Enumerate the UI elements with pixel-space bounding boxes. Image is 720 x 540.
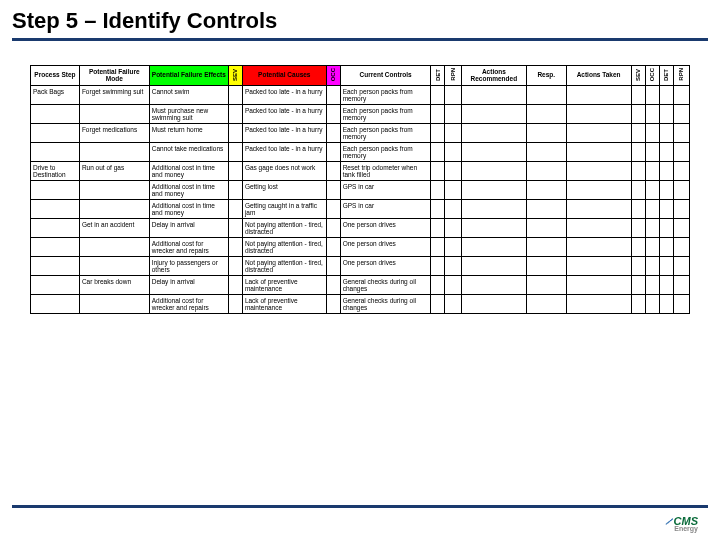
table-cell [631,124,645,143]
table-cell [566,105,631,124]
table-cell [566,219,631,238]
table-cell [79,105,149,124]
table-cell: Run out of gas [79,162,149,181]
table-cell [631,276,645,295]
table-cell [631,219,645,238]
table-cell [659,181,673,200]
table-cell [431,219,445,238]
table-cell [566,124,631,143]
table-cell [461,257,526,276]
table-cell: Additional cost for wrecker and repairs [149,295,228,314]
table-cell [79,295,149,314]
table-row: Cannot take medicationsPacked too late -… [31,143,690,162]
table-cell [645,86,659,105]
table-cell [659,238,673,257]
table-cell [631,200,645,219]
table-cell [673,257,689,276]
table-cell [445,295,461,314]
hdr-controls: Current Controls [340,66,431,86]
table-row: Additional cost in time and moneyGetting… [31,181,690,200]
table-cell [631,238,645,257]
table-cell [566,238,631,257]
table-cell [631,257,645,276]
table-cell [645,200,659,219]
table-cell [566,181,631,200]
table-cell [326,181,340,200]
table-cell [526,200,566,219]
table-cell [659,276,673,295]
table-cell [566,295,631,314]
table-cell: GPS in car [340,181,431,200]
table-cell [526,219,566,238]
table-cell: Getting lost [242,181,326,200]
table-cell [431,200,445,219]
table-cell [461,143,526,162]
table-cell [645,219,659,238]
table-cell [228,124,242,143]
table-cell [526,86,566,105]
table-cell [79,257,149,276]
table-cell [228,181,242,200]
table-cell [326,200,340,219]
table-cell [31,295,80,314]
hdr-occ2: OCC [645,66,659,86]
table-cell [31,181,80,200]
table-cell [326,238,340,257]
table-cell [631,105,645,124]
table-cell: Additional cost for wrecker and repairs [149,238,228,257]
table-cell [645,257,659,276]
table-cell [566,276,631,295]
table-cell: Forget swimming suit [79,86,149,105]
table-cell [566,143,631,162]
table-cell: Delay in arrival [149,276,228,295]
table-cell: Cannot swim [149,86,228,105]
table-cell [645,295,659,314]
table-cell: Packed too late - in a hurry [242,105,326,124]
table-cell [645,238,659,257]
table-cell [566,200,631,219]
table-cell [659,200,673,219]
table-cell [631,181,645,200]
table-cell [431,143,445,162]
table-cell [673,86,689,105]
table-cell [326,219,340,238]
table-row: Injury to passengers or othersNot paying… [31,257,690,276]
table-cell [461,276,526,295]
table-row: Get in an accidentDelay in arrivalNot pa… [31,219,690,238]
table-cell [431,105,445,124]
table-cell [461,200,526,219]
table-cell [673,238,689,257]
table-cell [631,86,645,105]
table-cell [659,162,673,181]
table-cell [673,105,689,124]
table-cell [526,276,566,295]
table-cell [445,86,461,105]
table-cell: Each person packs from memory [340,143,431,162]
hdr-sev2: SEV [631,66,645,86]
table-cell [526,105,566,124]
hdr-failure-mode: Potential Failure Mode [79,66,149,86]
hdr-actions: Actions Recommended [461,66,526,86]
cms-energy-logo: ⟋CMS Energy [663,515,698,532]
table-cell [445,181,461,200]
table-cell [228,257,242,276]
table-cell [673,295,689,314]
table-cell [228,162,242,181]
table-cell: Lack of preventive maintenance [242,295,326,314]
table-cell [431,162,445,181]
table-cell: Packed too late - in a hurry [242,86,326,105]
table-row: Must purchase new swimming suitPacked to… [31,105,690,124]
table-cell [31,105,80,124]
table-cell [659,86,673,105]
table-row: Additional cost for wrecker and repairsN… [31,238,690,257]
table-cell: Car breaks down [79,276,149,295]
table-cell [461,105,526,124]
hdr-causes: Potential Causes [242,66,326,86]
table-cell [526,295,566,314]
header-row: Process Step Potential Failure Mode Pote… [31,66,690,86]
table-cell: Injury to passengers or others [149,257,228,276]
table-cell [445,105,461,124]
table-cell [645,181,659,200]
table-cell [673,200,689,219]
table-cell [673,219,689,238]
